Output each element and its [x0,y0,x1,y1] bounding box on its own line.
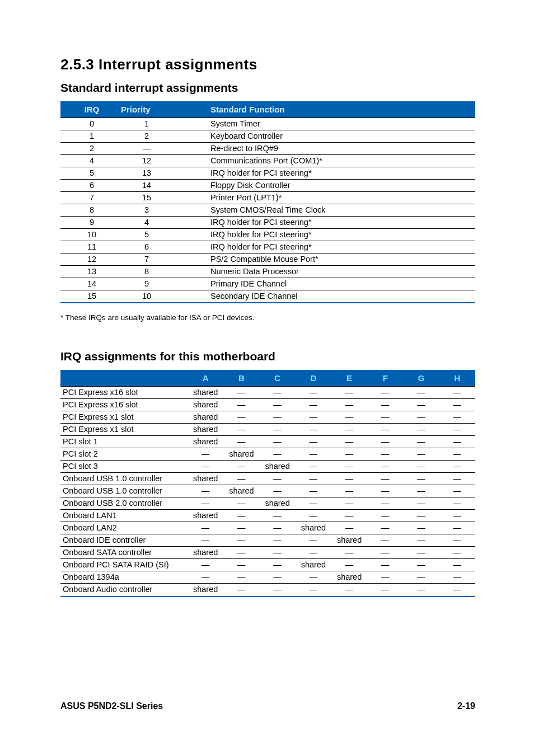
cell: — [439,448,475,461]
table-row: 513IRQ holder for PCI steering* [60,167,475,180]
cell: — [367,571,403,584]
cell: 7 [116,253,206,266]
cell: — [223,559,259,571]
cell: shared [188,436,223,448]
cell: — [367,534,403,547]
cell: — [116,143,206,155]
cell: IRQ holder for PCI steering* [206,217,475,229]
cell: — [367,411,403,424]
col-device [60,370,188,387]
cell: — [403,436,439,448]
cell: — [439,510,475,522]
cell: 10 [116,290,206,303]
cell: — [188,497,223,510]
cell: 0 [60,118,116,130]
cell: — [403,571,439,584]
cell: — [331,510,367,522]
cell: 8 [60,204,116,217]
cell: shared [331,534,367,547]
cell: — [296,436,331,448]
cell: 12 [60,253,116,266]
table-row: PCI slot 3——shared————— [60,461,475,473]
cell: — [439,436,475,448]
table-row: 94IRQ holder for PCI steering* [60,217,475,229]
cell: — [403,485,439,497]
cell: shared [188,510,223,522]
cell: — [367,399,403,411]
cell: — [403,461,439,473]
cell: PS/2 Compatible Mouse Port* [206,253,475,266]
table-row: 01System Timer [60,118,475,130]
cell: — [367,424,403,436]
cell: — [439,584,475,597]
cell: shared [188,424,223,436]
device-cell: PCI slot 2 [60,448,188,461]
cell: — [439,571,475,584]
cell: — [403,411,439,424]
cell: — [439,411,475,424]
table-header-row: A B C D E F G H [60,370,475,387]
cell: IRQ holder for PCI steering* [206,167,475,180]
cell: 9 [60,217,116,229]
cell: — [403,387,439,399]
cell: — [439,424,475,436]
cell: — [403,424,439,436]
cell: — [331,584,367,597]
cell: — [296,424,331,436]
col-g: G [403,370,439,387]
cell: 4 [116,217,206,229]
cell: 1 [60,130,116,143]
table-row: PCI slot 1shared——————— [60,436,475,448]
device-cell: PCI Express x16 slot [60,399,188,411]
cell: — [259,387,295,399]
table-row: Onboard USB 1.0 controller—shared—————— [60,485,475,497]
table-header-row: IRQ Priority Standard Function [60,101,475,118]
cell: — [439,547,475,559]
device-cell: Onboard 1394a [60,571,188,584]
cell: 6 [60,180,116,192]
cell: shared [188,387,223,399]
table-row: 12Keyboard Controller [60,130,475,143]
table-row: 127PS/2 Compatible Mouse Port* [60,253,475,266]
cell: — [296,485,331,497]
cell: — [439,534,475,547]
device-cell: Onboard PCI SATA RAID (SI) [60,559,188,571]
cell: — [367,522,403,534]
cell: — [439,485,475,497]
cell: — [331,473,367,485]
cell: — [367,461,403,473]
cell: Secondary IDE Channel [206,290,475,303]
device-cell: Onboard Audio controller [60,584,188,597]
footer-left: ASUS P5ND2-SLI Series [60,701,163,711]
cell: Numeric Data Processor [206,266,475,278]
cell: — [403,547,439,559]
table-row: PCI Express x1 slotshared——————— [60,424,475,436]
cell: — [296,387,331,399]
cell: — [403,510,439,522]
cell: — [259,547,295,559]
table-row: 1510Secondary IDE Channel [60,290,475,303]
cell: — [367,559,403,571]
table-row: PCI Express x16 slotshared——————— [60,387,475,399]
cell: — [331,522,367,534]
cell: — [223,497,259,510]
cell: — [439,497,475,510]
cell: — [259,473,295,485]
cell: — [259,510,295,522]
cell: shared [188,411,223,424]
cell: 2 [60,143,116,155]
cell: Printer Port (LPT1)* [206,192,475,204]
cell: — [367,510,403,522]
cell: — [188,448,223,461]
footer-right: 2-19 [457,701,475,711]
table-row: Onboard PCI SATA RAID (SI)———shared———— [60,559,475,571]
cell: IRQ holder for PCI steering* [206,241,475,253]
subheading-irq-mb: IRQ assignments for this motherboard [60,350,475,363]
cell: — [403,448,439,461]
cell: 12 [116,155,206,167]
cell: — [439,399,475,411]
table-row: 715Printer Port (LPT1)* [60,192,475,204]
cell: shared [188,584,223,597]
cell: — [331,411,367,424]
cell: — [367,547,403,559]
